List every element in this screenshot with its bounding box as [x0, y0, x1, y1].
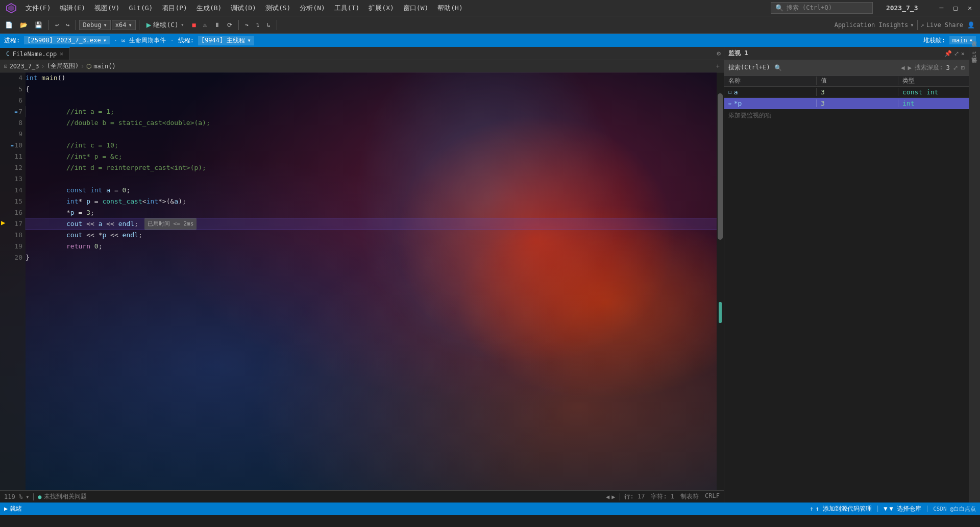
- expand-editor-button[interactable]: +: [716, 63, 720, 70]
- maximize-button[interactable]: □: [949, 3, 962, 13]
- app-insights-button[interactable]: Application Insights ▾: [835, 21, 914, 29]
- git-changes-strip[interactable]: Git更改: [970, 49, 979, 63]
- thread-dropdown[interactable]: [9944] 主线程 ▾: [198, 36, 254, 45]
- menu-analyze[interactable]: 分析(N): [296, 2, 329, 14]
- watch-p-label: *p: [734, 99, 742, 107]
- live-share-button[interactable]: ↗ Live Share: [921, 21, 963, 29]
- menu-edit[interactable]: 编辑(E): [56, 2, 89, 14]
- undo-button[interactable]: ↩: [52, 20, 62, 30]
- tab-close-button[interactable]: ✕: [60, 51, 63, 57]
- watch-pin-icon[interactable]: 📌: [944, 50, 952, 57]
- watch-rows: ☐ a 3 const int ✏ *p 3 int: [724, 87, 969, 109]
- line-numbers: ▶ 4 5 6 ▬7 8 9 ▬10 11 12 13 14 15: [0, 72, 26, 490]
- menu-help[interactable]: 帮助(H): [433, 2, 467, 14]
- open-folder-button[interactable]: 📂: [17, 20, 31, 30]
- col-header-value: 值: [816, 77, 898, 85]
- add-source-label: ↑ 添加到源代码管理: [816, 505, 872, 513]
- step-over-button[interactable]: ↷: [242, 20, 252, 30]
- profile-button[interactable]: 👤: [964, 20, 978, 30]
- lifecycle-label: 生命周期事件: [129, 36, 166, 45]
- encoding-info: CRLF: [705, 492, 720, 501]
- menu-window[interactable]: 窗口(W): [399, 2, 432, 14]
- restart-button[interactable]: ⟳: [224, 20, 235, 30]
- menu-project[interactable]: 项目(P): [158, 2, 191, 14]
- menu-build[interactable]: 生成(B): [192, 2, 226, 14]
- time-badge: 已用时间 <= 2ms: [144, 218, 197, 230]
- process-value: [25908] 2023_7_3.exe: [27, 37, 101, 44]
- toolbar-sep-2: [76, 20, 76, 30]
- problems-section: ● 未找到相关问题: [38, 492, 86, 501]
- scroll-controls: ◀ ▶: [606, 493, 615, 500]
- search-box[interactable]: 🔍 搜索 (Ctrl+Q): [771, 2, 873, 14]
- function-label[interactable]: main(): [93, 63, 115, 70]
- code-nav: ⊡ 2023_7_3 › (全局范围) › ⬡ main() +: [0, 60, 724, 72]
- pencil-icon: ✏: [728, 100, 732, 107]
- properties-strip[interactable]: 属性: [970, 65, 979, 69]
- watch-float-icon[interactable]: ⤢: [954, 50, 959, 57]
- code-line-20: }: [26, 252, 717, 263]
- stack-value: main: [952, 37, 967, 44]
- code-editor[interactable]: ▶ 4 5 6 ▬7 8 9 ▬10 11 12 13 14 15: [0, 72, 724, 490]
- save-button[interactable]: 💾: [32, 20, 45, 30]
- watch-row-a[interactable]: ☐ a 3 const int: [724, 87, 969, 98]
- problems-text: 未找到相关问题: [44, 492, 87, 501]
- editor-scrollbar[interactable]: [717, 72, 724, 490]
- redo-button[interactable]: ↪: [63, 20, 72, 30]
- continue-button[interactable]: ▶ 继续(C) ▾: [142, 18, 188, 31]
- code-line-10: //int c = 10;: [26, 140, 717, 151]
- source-control-section[interactable]: ↑ ↑ 添加到源代码管理: [810, 505, 872, 513]
- watch-row-a-name: ☐ a: [724, 88, 816, 96]
- stop-button[interactable]: ■: [189, 20, 199, 30]
- depth-settings-icon[interactable]: ⊡: [961, 64, 965, 71]
- code-line-15: int* p = const_cast<int*>(&a);: [26, 196, 717, 207]
- menu-debug[interactable]: 调试(D): [227, 2, 260, 14]
- menu-view[interactable]: 视图(V): [90, 2, 124, 14]
- status-bar: ▶ 就绪 ↑ ↑ 添加到源代码管理 | ▼ ▼ 选择仓库 | CSDN @白白点…: [0, 503, 980, 515]
- menu-git[interactable]: Git(G): [125, 3, 157, 13]
- code-lines-container: ▶ 4 5 6 ▬7 8 9 ▬10 11 12 13 14 15: [0, 72, 717, 490]
- watch-row-p[interactable]: ✏ *p 3 int: [724, 98, 969, 109]
- watch-close-icon[interactable]: ✕: [961, 50, 965, 57]
- process-dropdown[interactable]: [25908] 2023_7_3.exe ▾: [24, 36, 110, 44]
- scroll-left-icon[interactable]: ◀: [606, 493, 609, 500]
- stack-label: 堆栈帧:: [923, 36, 945, 45]
- right-panel-strip: Git更改 属性: [969, 47, 980, 503]
- window-controls: ─ □ ✕: [936, 3, 976, 13]
- menu-tools[interactable]: 工具(T): [330, 2, 363, 14]
- arch-dropdown[interactable]: x64 ▾: [112, 20, 136, 30]
- app-insights-chevron: ▾: [910, 21, 914, 29]
- menu-file[interactable]: 文件(F): [21, 2, 55, 14]
- step-out-button[interactable]: ↳: [263, 20, 273, 30]
- select-repo-section[interactable]: ▼ ▼ 选择仓库: [884, 505, 921, 513]
- zoom-down-icon[interactable]: ▾: [26, 493, 29, 500]
- hot-reload-button[interactable]: ♨: [200, 20, 210, 30]
- stack-dropdown[interactable]: main ▾: [949, 36, 976, 44]
- live-share-label: Live Share: [926, 21, 963, 29]
- code-line-13: [26, 173, 717, 185]
- add-watch-item[interactable]: 添加要监视的项: [724, 109, 969, 122]
- new-file-button[interactable]: 📄: [2, 20, 16, 30]
- close-button[interactable]: ✕: [964, 3, 976, 13]
- project-label[interactable]: 2023_7_3: [10, 63, 39, 70]
- menu-extensions[interactable]: 扩展(X): [364, 2, 398, 14]
- watch-nav-left-icon[interactable]: ◀: [901, 64, 905, 71]
- scope-label[interactable]: (全局范围): [47, 62, 79, 70]
- search-depth-label: 搜索深度:: [915, 63, 943, 72]
- scroll-right-icon[interactable]: ▶: [611, 493, 615, 500]
- line-number-list: 4 5 6 ▬7 8 9 ▬10 11 12 13 14 15 16 17: [0, 72, 26, 263]
- watch-nav-right-icon[interactable]: ▶: [908, 64, 912, 71]
- search-depth-value: 3: [946, 64, 950, 71]
- minimize-button[interactable]: ─: [936, 3, 948, 13]
- tab-settings-button[interactable]: ⚙: [717, 49, 721, 57]
- tab-filename[interactable]: C FileName.cpp ✕: [0, 47, 70, 60]
- status-text: 就绪: [10, 505, 22, 513]
- step-into-button[interactable]: ↴: [253, 20, 262, 30]
- thread-label: 线程:: [178, 36, 194, 45]
- code-line-7: //int a = 1;: [26, 106, 717, 117]
- zoom-value[interactable]: 119 %: [4, 493, 22, 500]
- code-line-5: {: [26, 84, 717, 95]
- menu-test[interactable]: 测试(S): [261, 2, 295, 14]
- depth-expand-icon[interactable]: ⤢: [953, 64, 958, 71]
- config-dropdown[interactable]: Debug ▾: [79, 20, 110, 30]
- pause-button[interactable]: ⏸: [211, 20, 223, 30]
